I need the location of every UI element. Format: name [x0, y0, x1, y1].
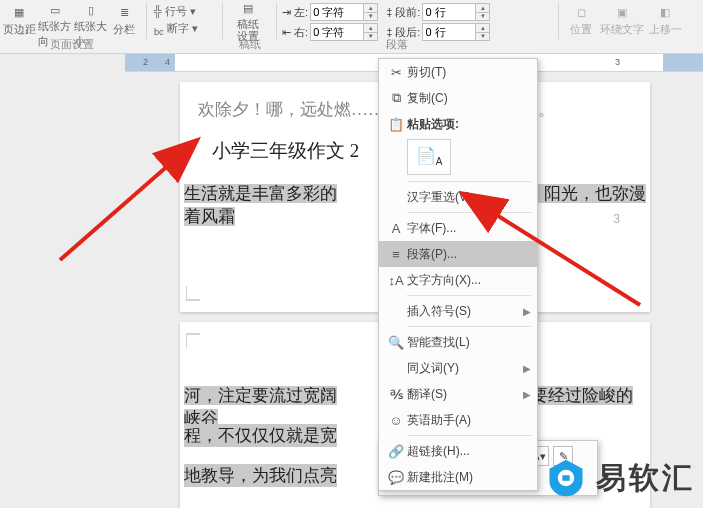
page-setup-group-label: 页面设置 — [2, 37, 142, 52]
ctx-hyperlink[interactable]: 🔗超链接(H)... — [379, 438, 537, 464]
margins-label: 页边距 — [3, 22, 36, 37]
ctx-synonyms[interactable]: 同义词(Y)▶ — [379, 355, 537, 381]
ctx-paragraph[interactable]: ≡段落(P)... — [379, 241, 537, 267]
ctx-font[interactable]: A字体(F)... — [379, 215, 537, 241]
svg-rect-3 — [562, 475, 569, 481]
indent-left-spinner[interactable]: ⇥ 左:▲▼ — [282, 3, 378, 21]
ctx-cut[interactable]: ✂剪切(T) — [379, 59, 537, 85]
line-numbers-button[interactable]: ╬ 行号 ▾ — [154, 4, 216, 19]
page-corner — [186, 286, 206, 306]
columns-label: 分栏 — [113, 22, 135, 37]
search-icon: 🔍 — [385, 335, 407, 350]
comment-icon: 💬 — [385, 470, 407, 485]
chevron-right-icon: ▶ — [523, 363, 531, 374]
scissors-icon: ✂ — [385, 65, 407, 80]
separator — [146, 3, 147, 39]
paste-option-keep-text[interactable]: 📄A — [407, 139, 451, 175]
paragraph-group-label: 段落 — [282, 37, 512, 52]
page-number: 3 — [613, 212, 620, 226]
separator — [276, 3, 277, 39]
menu-separator — [407, 181, 531, 182]
separator — [558, 3, 559, 39]
ctx-new-comment[interactable]: 💬新建批注(M) — [379, 464, 537, 490]
menu-separator — [407, 295, 531, 296]
orientation-icon: ▭ — [47, 4, 63, 17]
copy-icon: ⧉ — [385, 90, 407, 106]
draft-group-label: 稿纸 — [228, 37, 272, 52]
draft-settings-button[interactable]: ▤稿纸 设置 — [228, 0, 268, 42]
draft-icon: ▤ — [240, 2, 256, 16]
chevron-right-icon: ▶ — [523, 389, 531, 400]
doc-paragraph[interactable]: 程，不仅仅仅就是宽 — [184, 424, 337, 447]
font-icon: A — [385, 221, 407, 236]
assistant-icon: ☺ — [385, 413, 407, 428]
spacing-before-spinner[interactable]: ‡ 段前:▲▼ — [386, 3, 490, 21]
ctx-paste-options-row: 📋粘贴选项: — [379, 111, 537, 137]
clipboard-icon: 📋 — [385, 117, 407, 132]
wrap-text-button: ▣环绕文字 — [600, 2, 644, 44]
chevron-right-icon: ▶ — [523, 306, 531, 317]
ctx-english-assistant[interactable]: ☺英语助手(A) — [379, 407, 537, 433]
menu-separator — [407, 435, 531, 436]
translate-icon: ℁ — [385, 387, 407, 402]
context-menu: ✂剪切(T) ⧉复制(C) 📋粘贴选项: 📄A 汉字重选(V) A字体(F)..… — [378, 58, 538, 491]
text-direction-icon: ↕A — [385, 273, 407, 288]
watermark-icon — [544, 456, 588, 500]
ctx-smart-lookup[interactable]: 🔍智能查找(L) — [379, 329, 537, 355]
columns-icon: ≣ — [116, 4, 132, 20]
position-button: ◻位置 — [564, 2, 598, 44]
ribbon: ▦页边距 ▭纸张方向 ▯纸张大小 ≣分栏 页面设置 ╬ 行号 ▾ bc 断字 ▾… — [0, 0, 703, 54]
position-icon: ◻ — [573, 4, 589, 20]
menu-separator — [407, 326, 531, 327]
hyphenation-button[interactable]: bc 断字 ▾ — [154, 21, 216, 37]
ctx-insert-symbol[interactable]: 插入符号(S)▶ — [379, 298, 537, 324]
watermark-text: 易软汇 — [596, 458, 695, 499]
paste-text-icon: 📄A — [416, 146, 443, 167]
ctx-translate[interactable]: ℁翻译(S)▶ — [379, 381, 537, 407]
watermark: 易软汇 — [544, 456, 695, 500]
separator — [222, 3, 223, 39]
page-corner — [186, 328, 206, 348]
link-icon: 🔗 — [385, 444, 407, 459]
margins-icon: ▦ — [11, 4, 27, 20]
wrap-icon: ▣ — [614, 4, 630, 20]
forward-icon: ◧ — [657, 4, 673, 20]
bring-forward-button: ◧上移一 — [646, 2, 684, 44]
size-icon: ▯ — [83, 4, 99, 17]
menu-separator — [407, 212, 531, 213]
ctx-text-direction[interactable]: ↕A文字方向(X)... — [379, 267, 537, 293]
paragraph-icon: ≡ — [385, 247, 407, 262]
doc-paragraph[interactable]: 地教导，为我们点亮 — [184, 464, 337, 487]
ctx-reconvert[interactable]: 汉字重选(V) — [379, 184, 537, 210]
doc-title[interactable]: 小学三年级作文 2 — [212, 138, 359, 164]
ctx-copy[interactable]: ⧉复制(C) — [379, 85, 537, 111]
